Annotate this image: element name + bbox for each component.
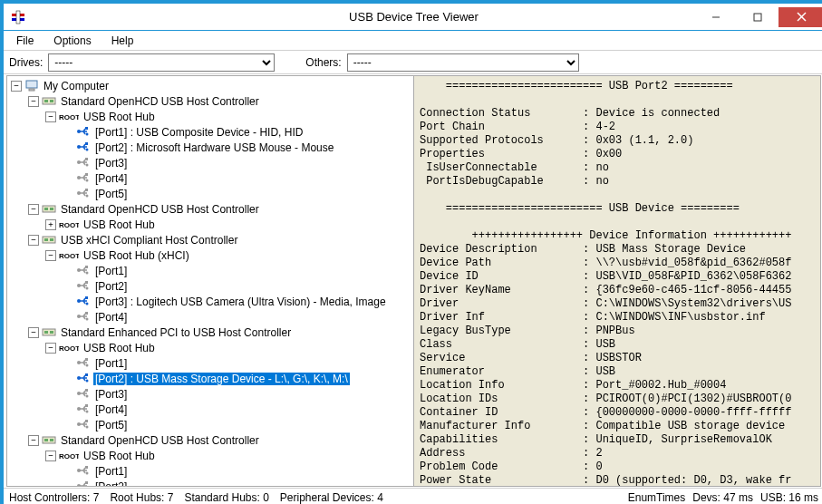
svg-point-71 (77, 469, 81, 472)
svg-rect-23 (85, 173, 88, 176)
tree-node-label: USB Root Hub (82, 342, 157, 354)
window-title: USB Device Tree Viewer (349, 10, 479, 24)
host-icon (42, 434, 56, 446)
usb-gray-icon (76, 480, 91, 486)
tree-node[interactable]: [Port5] (7, 186, 413, 201)
tree-node[interactable]: −ROOTUSB Root Hub (7, 109, 413, 124)
tree-node[interactable]: [Port4] (7, 309, 413, 325)
computer-icon (24, 80, 39, 92)
tree-node-label: [Port4] (93, 311, 129, 324)
usb-gray-icon (76, 419, 91, 431)
tree-node-label: USB Root Hub (xHCI) (82, 249, 191, 262)
detail-pane[interactable]: ======================== USB Port2 =====… (414, 76, 820, 486)
tree-node-label: [Port3] (93, 388, 129, 401)
tree-node[interactable]: [Port3] (7, 386, 413, 402)
svg-point-18 (86, 149, 89, 151)
tree-node[interactable]: [Port1] (7, 463, 413, 479)
status-bar: Host Controllers: 7 Root Hubs: 7 Standar… (4, 488, 822, 504)
tree-expander-icon[interactable]: + (45, 219, 56, 230)
tree-expander-icon[interactable]: − (45, 111, 56, 122)
tree-node[interactable]: [Port2] : Microsoft Hardware USB Mouse -… (7, 140, 413, 155)
tree-node[interactable]: −Standard OpenHCD USB Host Controller (7, 93, 413, 109)
tree-node-label: USB Root Hub (82, 450, 157, 462)
svg-rect-43 (85, 296, 88, 299)
svg-rect-72 (85, 466, 88, 469)
tree-expander-icon[interactable]: − (28, 327, 39, 338)
tree-node[interactable]: [Port3] : Logitech USB Camera (Ultra Vis… (7, 294, 413, 309)
svg-rect-2 (16, 11, 20, 24)
svg-point-41 (86, 287, 89, 290)
tree-node-label: [Port3] : Logitech USB Camera (Ultra Vis… (93, 296, 388, 308)
tree-expander-icon[interactable]: − (45, 343, 56, 354)
tree-expander-icon[interactable]: − (28, 204, 39, 215)
tree-expander-icon[interactable]: − (45, 250, 56, 261)
tree-node[interactable]: [Port2] (7, 278, 413, 294)
tree-node[interactable]: [Port3] (7, 155, 413, 170)
menu-file[interactable]: File (9, 33, 41, 50)
tree-node[interactable]: +ROOTUSB Root Hub (7, 217, 413, 232)
tree-node[interactable]: [Port4] (7, 402, 413, 417)
svg-point-55 (77, 376, 81, 380)
usb-gray-icon (76, 311, 91, 323)
menu-help[interactable]: Help (104, 33, 141, 50)
tree-expander-icon[interactable]: − (11, 81, 22, 92)
svg-rect-30 (50, 208, 53, 210)
svg-point-39 (77, 284, 81, 287)
tree-expander-icon[interactable]: − (45, 451, 56, 461)
tree-node-label: USB Root Hub (82, 111, 157, 123)
tree-node-label: [Port5] (93, 188, 129, 200)
tree-node[interactable]: −ROOTUSB Root Hub (7, 448, 413, 463)
tree-node[interactable]: [Port1] (7, 263, 413, 278)
tree-node-label: Standard Enhanced PCI to USB Host Contro… (59, 326, 293, 339)
tree-node[interactable]: [Port5] (7, 417, 413, 432)
tree-node[interactable]: −ROOTUSB Root Hub (xHCI) (7, 247, 413, 263)
svg-point-42 (77, 299, 81, 303)
title-bar[interactable]: USB Device Tree Viewer (4, 4, 822, 31)
svg-point-47 (86, 318, 89, 321)
status-enum-times: EnumTimes (628, 491, 686, 504)
tree-node[interactable]: [Port1] (7, 355, 413, 371)
usb-gray-icon (76, 388, 91, 400)
svg-point-16 (77, 145, 81, 149)
tree-expander-icon[interactable]: − (28, 96, 39, 107)
svg-rect-68 (44, 439, 48, 441)
toolbar: Drives: ----- Others: ----- (4, 51, 822, 74)
drives-select[interactable]: ----- (48, 53, 275, 72)
svg-text:ROOT: ROOT (59, 221, 79, 229)
svg-rect-14 (85, 127, 88, 130)
svg-point-58 (77, 392, 81, 395)
others-select[interactable]: ----- (347, 53, 579, 72)
tree-node[interactable]: [Port4] (7, 170, 413, 186)
usb-blue-icon (76, 296, 91, 307)
tree-node-label: [Port4] (93, 403, 129, 416)
svg-rect-33 (44, 238, 48, 241)
tree-expander-icon[interactable]: − (28, 435, 39, 446)
svg-rect-53 (85, 358, 88, 361)
tree-node[interactable]: −My Computer (7, 78, 413, 93)
maximize-button[interactable] (737, 7, 778, 27)
minimize-button[interactable] (695, 7, 737, 27)
svg-point-73 (86, 472, 89, 475)
svg-rect-46 (85, 312, 88, 315)
status-peripheral: Peripheral Devices: 4 (280, 491, 391, 504)
tree-node-label: [Port1] (93, 357, 129, 370)
tree-node[interactable]: −Standard OpenHCD USB Host Controller (7, 201, 413, 217)
svg-rect-7 (26, 81, 37, 88)
tree-node[interactable]: [Port2] (7, 479, 413, 486)
svg-point-27 (86, 195, 89, 198)
tree-node[interactable]: [Port1] : USB Composite Device - HID, HI… (7, 124, 413, 140)
device-tree[interactable]: −My Computer−Standard OpenHCD USB Host C… (7, 76, 414, 486)
tree-node-label: USB xHCI Compliant Host Controller (59, 234, 239, 247)
tree-node[interactable]: −USB xHCI Compliant Host Controller (7, 232, 413, 247)
tree-node[interactable]: −Standard OpenHCD USB Host Controller (7, 432, 413, 448)
host-icon (42, 326, 56, 338)
tree-node[interactable]: −Standard Enhanced PCI to USB Host Contr… (7, 325, 413, 340)
tree-node[interactable]: −ROOTUSB Root Hub (7, 340, 413, 355)
tree-expander-icon[interactable]: − (28, 235, 39, 246)
usb-blue-icon (76, 126, 91, 138)
tree-node-label: [Port3] (93, 157, 129, 170)
close-button[interactable] (778, 7, 822, 27)
svg-text:ROOT: ROOT (59, 113, 79, 121)
menu-options[interactable]: Options (46, 33, 98, 50)
tree-node[interactable]: [Port2] : USB Mass Storage Device - L:\,… (7, 371, 413, 386)
